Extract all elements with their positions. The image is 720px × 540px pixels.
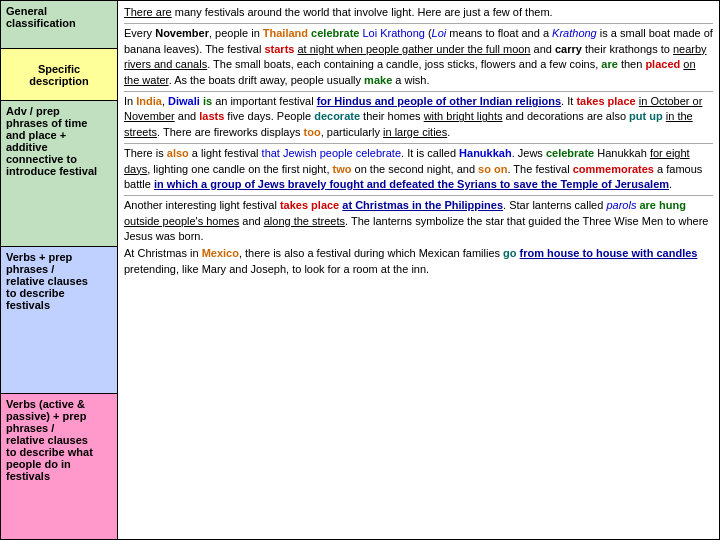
span-two: two (333, 163, 352, 175)
section-verbs1: There is also a light festival that Jewi… (124, 146, 713, 192)
main-container: General classification Specific descript… (0, 0, 720, 540)
para-specific: Every November, people in Thailand celeb… (124, 26, 713, 88)
span-diwali: Diwali (168, 95, 200, 107)
span-celebrate: celebrate (311, 27, 359, 39)
span-put-up: put up (629, 110, 663, 122)
span-too: too (304, 126, 321, 138)
cell-specific: Specific description (1, 49, 117, 101)
span-parols: parols (606, 199, 636, 211)
cell-verbs2-label3: phrases / (6, 422, 112, 434)
divider2 (124, 91, 713, 92)
cell-adv-label2: phrases of time (6, 117, 112, 129)
span-carry: carry (555, 43, 582, 55)
cell-verbs1-label1: Verbs + prep (6, 251, 112, 263)
cell-verbs2-label5: to describe what (6, 446, 112, 458)
divider1 (124, 23, 713, 24)
span-are-hung: are hung (639, 199, 685, 211)
span-at-night: at night when people gather under the fu… (297, 43, 530, 55)
cell-verbs1-label2: phrases / (6, 263, 112, 275)
cell-verbs1-label5: festivals (6, 299, 112, 311)
span-lasts: lasts (199, 110, 224, 122)
span-battle-clause: in which a group of Jews bravely fought … (154, 178, 669, 190)
cell-adv-label4: additive (6, 141, 112, 153)
cell-verbs2-label4: relative clauses (6, 434, 112, 446)
cell-specific-label1: Specific (29, 63, 88, 75)
section-adv: In India, Diwali is an important festiva… (124, 94, 713, 140)
span-krathong-italic: Krathong (552, 27, 597, 39)
section-specific: Every November, people in Thailand celeb… (124, 26, 713, 88)
span-hanukkah: Hanukkah (459, 147, 512, 159)
cell-general-label: General classification (6, 5, 76, 29)
span-christmas-phil: at Christmas in the Philippines (342, 199, 503, 211)
cell-verbs1-label4: to describe (6, 287, 112, 299)
para-general: There are many festivals around the worl… (124, 5, 713, 20)
cell-adv: Adv / prep phrases of time and place + a… (1, 101, 117, 247)
para-adv: In India, Diwali is an important festiva… (124, 94, 713, 140)
span-takes-place: takes place (576, 95, 635, 107)
span-decorate: decorate (314, 110, 360, 122)
span-also: also (167, 147, 189, 159)
span-november: November (155, 27, 209, 39)
para-verbs1: There is also a light festival that Jewi… (124, 146, 713, 192)
span-mexico: Mexico (202, 247, 239, 259)
divider4 (124, 195, 713, 196)
span-house-to-house: from house to house with candles (520, 247, 698, 259)
span-for-hindus: for Hindus and people of other Indian re… (317, 95, 561, 107)
cell-adv-label6: introduce festival (6, 165, 112, 177)
span-large-cities: in large cities (383, 126, 447, 138)
right-column: There are many festivals around the worl… (118, 0, 720, 540)
para-verbs2a: Another interesting light festival takes… (124, 198, 713, 244)
span-thailand: Thailand (263, 27, 308, 39)
span-so-on: so on (478, 163, 507, 175)
section-verbs2: Another interesting light festival takes… (124, 198, 713, 277)
span-loi-italic: Loi (432, 27, 447, 39)
cell-verbs2-label6: people do in (6, 458, 112, 470)
cell-adv-label3: and place + (6, 129, 112, 141)
para-verbs2b: At Christmas in Mexico, there is also a … (124, 246, 713, 277)
span-india: India (136, 95, 162, 107)
cell-adv-label1: Adv / prep (6, 105, 112, 117)
cell-verbs2-label2: passive) + prep (6, 410, 112, 422)
cell-specific-label2: description (29, 75, 88, 87)
span-are: are (601, 58, 618, 70)
span-starts: starts (264, 43, 294, 55)
span-placed: placed (645, 58, 680, 70)
span-outside-homes: outside people's homes (124, 215, 239, 227)
cell-verbs2: Verbs (active & passive) + prep phrases … (1, 394, 117, 539)
span-that-jewish: that Jewish people celebrate (262, 147, 401, 159)
span-make: make (364, 74, 392, 86)
cell-adv-label5: connective to (6, 153, 112, 165)
cell-general: General classification (1, 1, 117, 49)
span-loi-krathong: Loi Krathong (362, 27, 424, 39)
cell-verbs1: Verbs + prep phrases / relative clauses … (1, 247, 117, 393)
span-go: go (503, 247, 516, 259)
left-column: General classification Specific descript… (0, 0, 118, 540)
span-celebrate2: celebrate (546, 147, 594, 159)
span-commemorates: commemorates (573, 163, 654, 175)
span-along-streets: along the streets (264, 215, 345, 227)
divider3 (124, 143, 713, 144)
cell-verbs1-label3: relative clauses (6, 275, 112, 287)
cell-verbs2-label7: festivals (6, 470, 112, 482)
span-takes-place2: takes place (280, 199, 339, 211)
cell-verbs2-label1: Verbs (active & (6, 398, 112, 410)
span-is: is (203, 95, 212, 107)
span-there-are: There are (124, 6, 172, 18)
span-bright-lights: with bright lights (424, 110, 503, 122)
section-general: There are many festivals around the worl… (124, 5, 713, 20)
